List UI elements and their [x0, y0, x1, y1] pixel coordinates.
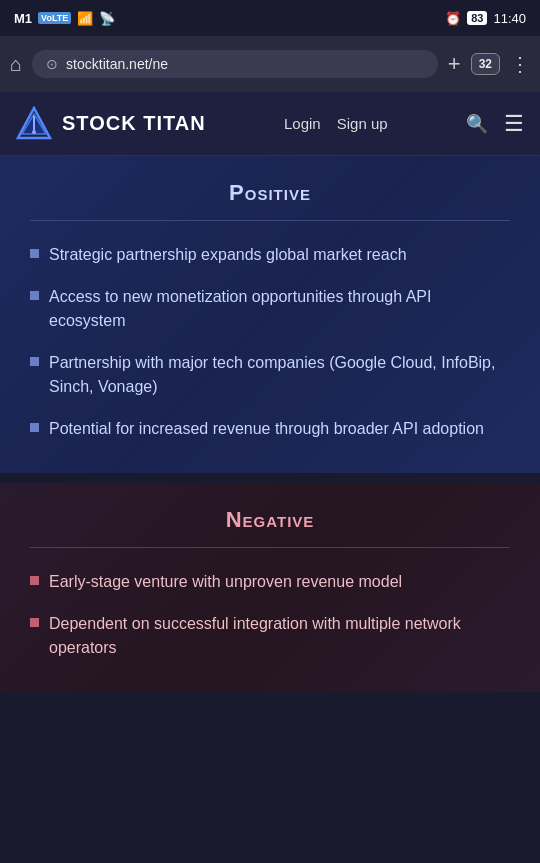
search-icon[interactable]: 🔍 [466, 113, 488, 135]
list-item: Potential for increased revenue through … [30, 417, 510, 441]
list-item: Strategic partnership expands global mar… [30, 243, 510, 267]
positive-title: Positive [30, 180, 510, 206]
negative-section: Negative Early-stage venture with unprov… [0, 483, 540, 692]
carrier-label: M1 [14, 11, 32, 26]
nav-title: STOCK TITAN [62, 112, 206, 135]
new-tab-button[interactable]: + [448, 51, 461, 77]
nav-links: Login Sign up [284, 115, 388, 132]
logo-icon [16, 106, 52, 142]
bullet-icon [30, 423, 39, 432]
wifi-icon: 📡 [99, 11, 115, 26]
positive-item-3: Partnership with major tech companies (G… [49, 351, 510, 399]
status-left: M1 VoLTE 📶 📡 [14, 11, 115, 26]
bullet-icon [30, 618, 39, 627]
list-item: Access to new monetization opportunities… [30, 285, 510, 333]
nav-bar: STOCK TITAN Login Sign up 🔍 ☰ [0, 92, 540, 156]
battery-label: 83 [467, 11, 487, 25]
bullet-icon [30, 249, 39, 258]
positive-item-1: Strategic partnership expands global mar… [49, 243, 407, 267]
login-link[interactable]: Login [284, 115, 321, 132]
hamburger-menu-icon[interactable]: ☰ [504, 111, 524, 137]
nav-icons: 🔍 ☰ [466, 111, 524, 137]
signal-icon: 📶 [77, 11, 93, 26]
browser-bar: ⌂ ⊙ stocktitan.net/ne + 32 ⋮ [0, 36, 540, 92]
nav-logo[interactable]: STOCK TITAN [16, 106, 206, 142]
bullet-icon [30, 576, 39, 585]
time-label: 11:40 [493, 11, 526, 26]
list-item: Early-stage venture with unproven revenu… [30, 570, 510, 594]
list-item: Partnership with major tech companies (G… [30, 351, 510, 399]
home-icon[interactable]: ⌂ [10, 53, 22, 76]
status-right: ⏰ 83 11:40 [445, 11, 526, 26]
url-text: stocktitan.net/ne [66, 56, 168, 72]
positive-list: Strategic partnership expands global mar… [30, 243, 510, 441]
alarm-icon: ⏰ [445, 11, 461, 26]
positive-section: Positive Strategic partnership expands g… [0, 156, 540, 473]
signup-link[interactable]: Sign up [337, 115, 388, 132]
negative-list: Early-stage venture with unproven revenu… [30, 570, 510, 660]
bullet-icon [30, 291, 39, 300]
positive-divider [30, 220, 510, 221]
browser-menu-button[interactable]: ⋮ [510, 52, 530, 76]
negative-item-1: Early-stage venture with unproven revenu… [49, 570, 402, 594]
negative-divider [30, 547, 510, 548]
negative-title: Negative [30, 507, 510, 533]
url-security-icon: ⊙ [46, 56, 58, 72]
bullet-icon [30, 357, 39, 366]
volte-badge: VoLTE [38, 12, 71, 24]
negative-item-2: Dependent on successful integration with… [49, 612, 510, 660]
tabs-count-badge[interactable]: 32 [471, 53, 500, 75]
positive-item-2: Access to new monetization opportunities… [49, 285, 510, 333]
positive-item-4: Potential for increased revenue through … [49, 417, 484, 441]
status-bar: M1 VoLTE 📶 📡 ⏰ 83 11:40 [0, 0, 540, 36]
svg-point-3 [32, 130, 36, 134]
main-content: Positive Strategic partnership expands g… [0, 156, 540, 692]
list-item: Dependent on successful integration with… [30, 612, 510, 660]
url-bar[interactable]: ⊙ stocktitan.net/ne [32, 50, 438, 78]
